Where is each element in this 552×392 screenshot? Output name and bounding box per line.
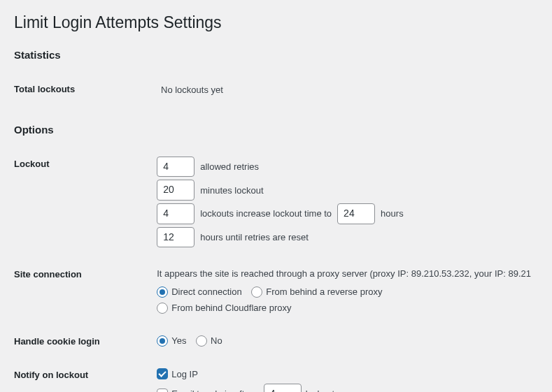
log-ip-option[interactable]: Log IP bbox=[157, 368, 198, 382]
direct-connection-radio[interactable] bbox=[157, 286, 168, 298]
statistics-heading: Statistics bbox=[14, 49, 538, 61]
notify-label: Notify on lockout bbox=[14, 359, 150, 392]
total-lockouts-value: No lockouts yet bbox=[154, 73, 538, 106]
email-admin-after-input[interactable] bbox=[264, 384, 302, 392]
allowed-retries-text: allowed retries bbox=[200, 160, 259, 174]
email-admin-text: Email to admin after bbox=[171, 387, 253, 392]
cookie-no-option[interactable]: No bbox=[196, 334, 222, 348]
table-row: Total lockouts No lockouts yet bbox=[14, 73, 538, 106]
direct-connection-option[interactable]: Direct connection bbox=[157, 285, 241, 299]
hours-text: hours bbox=[381, 207, 404, 221]
reverse-proxy-radio[interactable] bbox=[251, 286, 262, 298]
lockouts-increase-input[interactable] bbox=[157, 203, 194, 224]
statistics-table: Total lockouts No lockouts yet bbox=[14, 73, 538, 106]
cookie-no-radio[interactable] bbox=[196, 335, 207, 347]
table-row: Notify on lockout Log IP Email to admin … bbox=[14, 359, 538, 392]
cloudflare-proxy-text: From behind Cloudflare proxy bbox=[171, 301, 291, 315]
lockout-label: Lockout bbox=[14, 148, 150, 259]
log-ip-checkbox[interactable] bbox=[157, 368, 168, 379]
allowed-retries-input[interactable] bbox=[157, 157, 194, 177]
table-row: Handle cookie login Yes No bbox=[14, 326, 538, 358]
lockout-settings: allowed retries minutes lockout lockouts… bbox=[150, 148, 538, 259]
cookie-yes-text: Yes bbox=[171, 334, 186, 348]
email-admin-row: Email to admin after lockouts bbox=[157, 384, 531, 392]
email-admin-option[interactable]: Email to admin after bbox=[157, 387, 253, 392]
lockouts-increase-text: lockouts increase lockout time to bbox=[200, 207, 332, 221]
notify-settings: Log IP Email to admin after lockouts bbox=[150, 359, 538, 392]
cookie-yes-option[interactable]: Yes bbox=[157, 334, 186, 348]
options-heading: Options bbox=[14, 124, 538, 136]
page-title: Limit Login Attempts Settings bbox=[14, 7, 538, 35]
lockouts-increase-hours-input[interactable] bbox=[337, 203, 375, 224]
hours-until-reset-input[interactable] bbox=[157, 227, 194, 248]
table-row: Lockout allowed retries minutes lockout … bbox=[14, 148, 538, 259]
cloudflare-proxy-radio[interactable] bbox=[157, 303, 168, 314]
hours-until-reset-row: hours until retries are reset bbox=[157, 227, 531, 248]
email-admin-checkbox[interactable] bbox=[157, 389, 168, 392]
site-connection-label: Site connection bbox=[14, 259, 150, 326]
lockouts-increase-row: lockouts increase lockout time to hours bbox=[157, 203, 531, 224]
reverse-proxy-text: From behind a reverse proxy bbox=[266, 285, 382, 299]
site-connection-info: It appears the site is reached through a… bbox=[157, 267, 531, 281]
log-ip-row: Log IP bbox=[157, 368, 531, 382]
total-lockouts-label: Total lockouts bbox=[14, 73, 154, 106]
hours-until-reset-text: hours until retries are reset bbox=[200, 231, 309, 245]
options-table: Lockout allowed retries minutes lockout … bbox=[14, 148, 538, 392]
handle-cookie-label: Handle cookie login bbox=[14, 326, 150, 358]
cookie-yes-radio[interactable] bbox=[157, 335, 168, 347]
cookie-no-text: No bbox=[211, 334, 222, 348]
handle-cookie-settings: Yes No bbox=[150, 326, 538, 358]
email-admin-lockouts-text: lockouts bbox=[306, 387, 339, 392]
cloudflare-proxy-option[interactable]: From behind Cloudflare proxy bbox=[157, 301, 291, 315]
minutes-lockout-row: minutes lockout bbox=[157, 180, 531, 201]
minutes-lockout-input[interactable] bbox=[157, 180, 194, 201]
direct-connection-text: Direct connection bbox=[171, 285, 241, 299]
table-row: Site connection It appears the site is r… bbox=[14, 259, 538, 326]
site-connection-settings: It appears the site is reached through a… bbox=[150, 259, 538, 326]
minutes-lockout-text: minutes lockout bbox=[200, 184, 263, 198]
log-ip-text: Log IP bbox=[171, 368, 198, 382]
reverse-proxy-option[interactable]: From behind a reverse proxy bbox=[251, 285, 382, 299]
allowed-retries-row: allowed retries bbox=[157, 157, 531, 177]
